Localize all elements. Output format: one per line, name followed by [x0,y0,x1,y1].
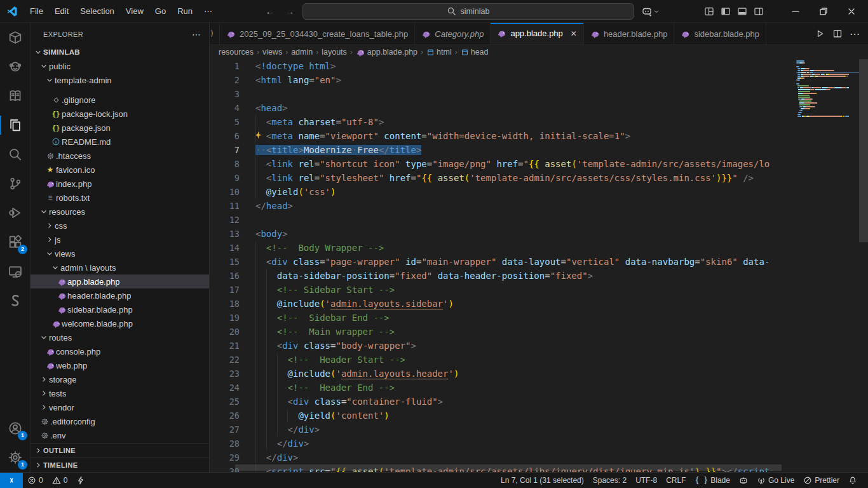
tab-overflow-clip[interactable]: ) [210,23,220,44]
breadcrumb-item-app.blade.php[interactable]: app.blade.php [356,48,417,57]
status-notifications[interactable] [844,473,862,488]
tree-item-.htaccess[interactable]: .htaccess [31,149,209,163]
tree-item-console.php[interactable]: console.php [31,344,209,358]
close-icon[interactable]: ✕ [571,30,577,37]
tree-item-css[interactable]: css [31,219,209,233]
code-line-text[interactable]: <link rel="shortcut icon" type="image/pn… [255,157,770,171]
line-number[interactable]: 20 [210,325,240,339]
tree-item-header.blade.php[interactable]: header.blade.php [31,288,209,302]
copilot-sparkle-icon[interactable] [254,131,262,139]
status-formatter-lightning[interactable] [72,473,90,488]
status-copilot-status[interactable] [735,473,752,488]
line-number[interactable]: 26 [210,409,240,423]
breadcrumb-item-layouts[interactable]: layouts [322,48,347,57]
line-number[interactable]: 17 [210,283,240,297]
activity-item-source-control[interactable] [0,169,30,198]
tree-item-robots.txt[interactable]: ≡robots.txt [31,191,209,205]
tab-category.php[interactable]: Category.php [415,23,491,44]
menu-item-go[interactable]: Go [149,4,172,18]
tree-item-favicon.ico[interactable]: ★favicon.ico [31,163,209,177]
code-line-text[interactable]: <body> [255,227,288,241]
breadcrumb-item-html[interactable]: html [426,48,452,57]
tree-item-package-lock.json[interactable]: {}package-lock.json [31,107,209,121]
tree-item-vendor[interactable]: vendor [31,400,209,414]
status-errors[interactable]: 0 [23,473,48,488]
line-number[interactable]: 9 [210,171,240,185]
tree-item-js[interactable]: js [31,233,209,247]
minimize-button[interactable] [782,1,810,22]
tree-item-routes[interactable]: routes [31,330,209,344]
tree-item-web.php[interactable]: web.php [31,358,209,372]
line-number[interactable]: 25 [210,395,240,409]
code-line-text[interactable]: <link rel="stylesheet" href="{{ asset('t… [255,171,754,185]
menu-item-[interactable]: ⋯ [198,4,218,18]
line-number[interactable]: 24 [210,381,240,395]
tree-item-readme.md[interactable]: README.md [31,135,209,149]
menu-item-file[interactable]: File [24,4,49,18]
split-editor-button[interactable] [832,29,843,39]
activity-item-explorer[interactable] [0,111,30,140]
activity-item-container[interactable] [0,23,30,52]
tree-item-siminlab[interactable]: SIMINLAB [31,45,209,59]
tree-item-app.blade.php[interactable]: app.blade.php [31,274,209,288]
code-line-text[interactable]: </head> [255,199,293,213]
nav-forward-icon[interactable]: → [283,6,297,17]
activity-item-accounts[interactable]: 1 [0,414,30,443]
status-cursor-position[interactable]: Ln 7, Col 1 (31 selected) [496,473,588,488]
line-number[interactable]: 22 [210,353,240,367]
tab-app.blade.php[interactable]: app.blade.php✕ [491,23,583,44]
tree-item-package.json[interactable]: {}package.json [31,121,209,135]
tree-item-.editorconfig[interactable]: .editorconfig [31,414,209,428]
line-number[interactable]: 1 [210,59,240,73]
line-number[interactable]: 8 [210,157,240,171]
code-line-text[interactable]: @yield('css') [255,185,336,199]
tree-item-storage[interactable]: storage [31,372,209,386]
restore-button[interactable] [810,1,837,22]
code-lines[interactable]: 1<!doctype html>2<html lang="en">34<head… [210,59,796,472]
line-number[interactable]: 6 [210,129,240,143]
code-line-text[interactable]: <meta name="viewport" content="width=dev… [255,129,630,143]
line-number[interactable]: 13 [210,227,240,241]
toggle-panel-icon[interactable] [737,6,747,17]
menu-item-run[interactable]: Run [172,4,198,18]
tree-item-index.php[interactable]: index.php [31,177,209,191]
activity-item-extensions[interactable]: 2 [0,227,30,257]
tree-item-.gitignore[interactable]: .gitignore [31,93,209,107]
status-eol[interactable]: CRLF [661,473,690,488]
activity-item-settings[interactable]: 1 [0,443,30,472]
minimap[interactable] [796,59,859,472]
code-line-text[interactable]: ··<title>Modernize·Free</title> [255,143,421,157]
activity-item-extension-s[interactable] [0,286,30,315]
breadcrumb-item-admin[interactable]: admin [291,48,313,57]
code-line-text[interactable]: </div> [255,451,298,464]
code-line-text[interactable]: @include('admin.layouts.header') [255,367,459,381]
code-line-text[interactable]: data-sidebar-position="fixed" data-heade… [255,269,593,283]
vertical-scrollbar[interactable] [859,59,868,242]
line-number[interactable]: 23 [210,367,240,381]
tree-item-template-admin[interactable]: template-admin [31,73,209,87]
line-number[interactable]: 18 [210,297,240,311]
line-number[interactable]: 29 [210,451,240,464]
code-line-text[interactable]: <!-- Sidebar End --> [255,311,390,325]
status-warnings[interactable]: 0 [48,473,72,488]
activity-item-search[interactable] [0,140,30,169]
tree-item-welcome.blade.php[interactable]: welcome.blade.php [31,316,209,330]
line-number[interactable]: 3 [210,87,240,101]
line-number[interactable]: 10 [210,185,240,199]
line-number[interactable]: 28 [210,437,240,451]
activity-item-run-debug[interactable] [0,198,30,227]
section-outline[interactable]: OUTLINE [31,443,209,458]
line-number[interactable]: 4 [210,101,240,115]
code-line-text[interactable]: @include('admin.layouts.sidebar') [255,297,454,311]
line-number[interactable]: 15 [210,255,240,269]
code-line-text[interactable]: <meta charset="utf-8"> [255,115,384,129]
tree-item-views[interactable]: views [31,247,209,261]
more-actions-button[interactable]: ··· [850,29,860,39]
code-line-text[interactable]: <!-- Header End --> [255,381,395,395]
code-line-text[interactable]: <!-- Sidebar Start --> [255,283,395,297]
explorer-more-icon[interactable]: ⋯ [192,29,201,39]
code-line-text[interactable]: <div class="body-wrapper"> [255,339,416,353]
copilot-button[interactable] [642,6,660,17]
status-encoding[interactable]: UTF-8 [631,473,661,488]
line-number[interactable]: 12 [210,213,240,227]
